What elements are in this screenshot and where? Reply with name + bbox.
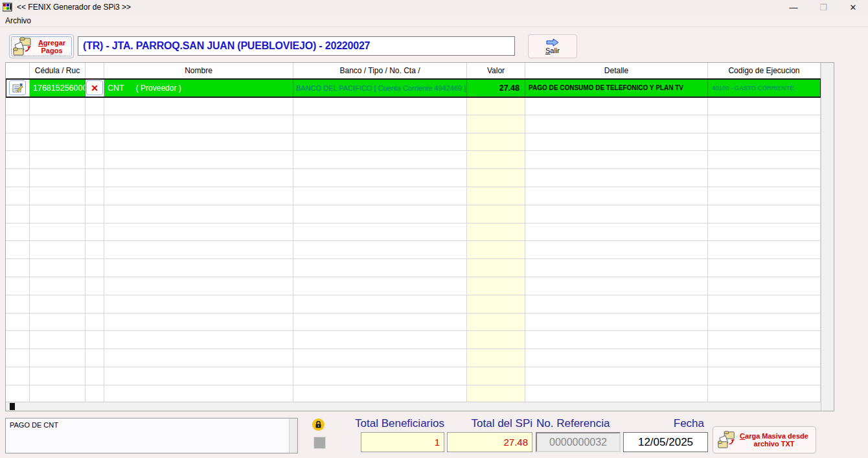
empty-cell <box>293 169 467 187</box>
empty-cell <box>86 133 104 151</box>
table-empty-row[interactable] <box>6 151 821 169</box>
table-empty-row[interactable] <box>6 385 821 404</box>
empty-cell <box>6 241 30 258</box>
column-header[interactable]: Valor <box>467 63 525 78</box>
column-header[interactable] <box>86 63 104 78</box>
empty-cell <box>6 115 30 133</box>
empty-cell <box>293 295 467 313</box>
horizontal-scrollbar[interactable] <box>6 402 821 411</box>
empty-cell <box>104 169 293 187</box>
vertical-scrollbar[interactable] <box>821 63 834 411</box>
empty-cell <box>293 133 467 151</box>
empty-cell <box>30 367 86 385</box>
empty-cell <box>467 241 525 258</box>
empty-cell <box>525 151 708 168</box>
table-empty-row[interactable] <box>6 115 821 133</box>
empty-cell <box>525 97 708 115</box>
table-empty-row[interactable] <box>6 223 821 242</box>
close-button[interactable]: ✕ <box>838 0 868 14</box>
cedula-value: 1768152560001 <box>30 84 86 93</box>
table-empty-row[interactable] <box>6 331 821 349</box>
column-header[interactable]: Detalle <box>525 63 708 78</box>
table-empty-row[interactable] <box>6 314 821 332</box>
column-header[interactable]: Banco / Tipo / No. Cta / <box>293 63 467 78</box>
empty-cell <box>104 259 293 277</box>
empty-cell <box>525 133 708 151</box>
empty-cell <box>6 277 30 295</box>
empty-cell <box>708 133 821 151</box>
horizontal-scrollbar-thumb[interactable] <box>10 403 15 410</box>
table-row-selected[interactable]: 1768152560001 ✕ CNT ( Proveedor ) BANCO … <box>6 79 821 97</box>
column-header[interactable]: Nombre <box>104 63 293 78</box>
table-empty-row[interactable] <box>6 241 821 259</box>
salir-button[interactable]: Salir <box>528 34 577 58</box>
payment-notes-input[interactable] <box>5 418 298 453</box>
table-header-row: Cédula / RucNombreBanco / Tipo / No. Cta… <box>6 63 821 79</box>
agregar-pagos-button[interactable]: Agregar Pagos <box>9 34 74 58</box>
carga-masiva-label: Carga Masiva desde archivo TXT <box>737 432 812 448</box>
delete-row-button[interactable]: ✕ <box>86 80 103 95</box>
empty-cell <box>293 259 467 277</box>
empty-cell <box>86 97 104 115</box>
toolbar: Agregar Pagos (TR) - JTA. PARROQ.SAN JUA… <box>0 27 868 62</box>
edit-row-button[interactable] <box>9 80 26 95</box>
title-bar: << FENIX Generador de SPi3 >> — ❐ ✕ <box>0 0 868 14</box>
footer-panel: Total Beneficiarios Total del SPi No. Re… <box>0 415 868 458</box>
maximize-button: ❐ <box>808 0 838 14</box>
empty-cell <box>6 169 30 187</box>
empty-cell <box>6 187 30 205</box>
empty-cell <box>104 115 293 133</box>
entity-title-field[interactable]: (TR) - JTA. PARROQ.SAN JUAN (PUEBLOVIEJO… <box>78 36 515 56</box>
table-empty-row[interactable] <box>6 277 821 295</box>
empty-cell <box>467 133 525 151</box>
empty-cell <box>6 223 30 241</box>
empty-cell <box>86 349 104 367</box>
salir-label: Salir <box>545 47 560 54</box>
table-empty-row[interactable] <box>6 169 821 187</box>
empty-cell <box>708 367 821 385</box>
minimize-button[interactable]: — <box>779 0 808 14</box>
empty-cell <box>708 241 821 258</box>
banco-value: BANCO DEL PACIFICO [ Cuenta Corriente 49… <box>293 84 466 92</box>
menu-archivo[interactable]: Archivo <box>0 14 36 27</box>
column-header[interactable] <box>6 63 30 78</box>
empty-cell <box>86 205 104 223</box>
empty-cell <box>708 169 821 187</box>
empty-cell <box>104 151 293 168</box>
empty-cell <box>86 223 104 241</box>
edit-note-icon <box>12 83 23 93</box>
empty-cell <box>30 169 86 187</box>
table-empty-row[interactable] <box>6 295 821 314</box>
notes-scrollbar[interactable] <box>289 418 297 453</box>
empty-cell <box>86 314 104 331</box>
column-header[interactable]: Cédula / Ruc <box>30 63 86 78</box>
empty-cell <box>30 277 86 295</box>
table-empty-row[interactable] <box>6 259 821 277</box>
gray-status-square[interactable] <box>314 437 326 449</box>
table-empty-row[interactable] <box>6 97 821 115</box>
empty-cell <box>708 331 821 349</box>
carga-masiva-button[interactable]: Carga Masiva desde archivo TXT <box>713 426 816 453</box>
table-empty-row[interactable] <box>6 133 821 152</box>
table-empty-row[interactable] <box>6 205 821 223</box>
empty-cell <box>104 97 293 115</box>
no-referencia-label: No. Referencia <box>536 417 627 430</box>
column-header[interactable]: Codigo de Ejecucion <box>708 63 821 78</box>
empty-cell <box>104 295 293 313</box>
table-empty-row[interactable] <box>6 367 821 385</box>
empty-cell <box>708 115 821 133</box>
empty-cell <box>86 259 104 277</box>
fecha-field[interactable]: 12/05/2025 <box>623 432 708 452</box>
empty-cell <box>293 97 467 115</box>
empty-cell <box>30 223 86 241</box>
empty-cell <box>30 331 86 349</box>
empty-rows-container <box>6 97 821 404</box>
table-empty-row[interactable] <box>6 349 821 367</box>
empty-cell <box>30 205 86 223</box>
empty-cell <box>467 367 525 385</box>
empty-cell <box>86 277 104 295</box>
empty-cell <box>6 331 30 349</box>
empty-cell <box>708 187 821 205</box>
table-empty-row[interactable] <box>6 187 821 205</box>
empty-cell <box>86 385 104 403</box>
